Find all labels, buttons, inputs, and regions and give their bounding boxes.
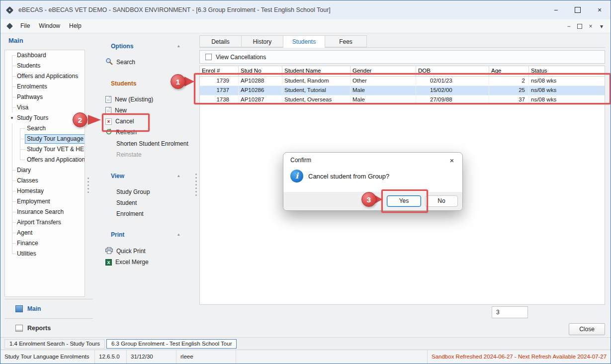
new-action[interactable]: New [105, 106, 127, 115]
sidebar-item-airport-transfers[interactable]: Airport Transfers [5, 217, 85, 228]
mdi-close-button[interactable]: × [586, 21, 596, 31]
sidebar-item-agent[interactable]: Agent [5, 228, 85, 238]
sidebar-item-students[interactable]: Students [5, 61, 85, 71]
column-header-dob[interactable]: DOB [416, 66, 489, 76]
tab-details[interactable]: Details [199, 35, 242, 47]
sidebar-item-study-tours[interactable]: ▾Study Tours [5, 113, 85, 123]
sidebar-item-insurance-search[interactable]: Insurance Search [5, 207, 85, 217]
view-study-group-action[interactable]: Study Group [116, 187, 150, 196]
tree-expanded-icon[interactable]: ▾ [8, 113, 15, 123]
menubar: File Window Help − × ▾ [0, 19, 611, 33]
sidebar-item-finance[interactable]: Finance [5, 238, 85, 249]
new-existing-action[interactable]: New (Existing) [105, 95, 153, 104]
statusbar-module: Study Tour Language Enrolments [0, 350, 95, 364]
statusbar-user: rleee [176, 350, 236, 364]
minimize-button[interactable]: − [545, 0, 567, 19]
mdi-minimize-button[interactable]: − [564, 21, 574, 31]
close-icon: × [450, 156, 454, 165]
sidebar-subitem-offers-and-applications[interactable]: Offers and Applications [5, 155, 85, 165]
table-row[interactable]: 1739 AP10288 Student, Random Other 02/01… [200, 77, 605, 86]
no-button[interactable]: No [425, 195, 458, 207]
table-row[interactable]: 1738 AP10287 Student, Overseas Male 27/0… [200, 95, 605, 105]
splitter-handle-right[interactable] [195, 174, 197, 196]
sidebar-item-dashboard[interactable]: Dashboard [5, 50, 85, 61]
refresh-action[interactable]: Refresh [105, 128, 137, 137]
menu-file[interactable]: File [16, 19, 34, 33]
mdi-minimize-icon: − [567, 23, 570, 30]
dialog-message: Cancel student from Group? [308, 173, 389, 180]
mdi-restore-icon [577, 24, 582, 29]
dialog-close-button[interactable]: × [443, 154, 460, 168]
sidebar-subitem-search[interactable]: Search [5, 123, 85, 134]
sidebar-subitem-study-tour-language-enrolments[interactable]: Study Tour Language E [5, 134, 85, 144]
quick-print-action[interactable]: Quick Print [105, 247, 146, 256]
annotation-step-1-badge: 1 [171, 74, 185, 89]
splitter-handle-left[interactable] [87, 178, 89, 193]
statusbar-version: 12.6.5.0 [95, 350, 127, 364]
cancel-action[interactable]: × Cancel [105, 117, 134, 126]
sidebar-item-homestay[interactable]: Homestay [5, 186, 85, 196]
maximize-button[interactable] [567, 0, 589, 19]
column-header-student-name[interactable]: Student Name [282, 66, 350, 76]
sidebar-item-visa[interactable]: Visa [5, 102, 85, 113]
menu-window[interactable]: Window [34, 19, 65, 33]
close-page-button[interactable]: Close [569, 323, 605, 335]
dialog-title: Confirm [290, 157, 311, 164]
record-count-field[interactable]: 3 [492, 306, 528, 318]
tab-fees[interactable]: Fees [325, 35, 367, 47]
toolbar-pin-button[interactable]: ▾ [597, 21, 607, 31]
window-title: eBECAS - eBECAS VET DEMO - SANDBOX ENVIR… [18, 6, 331, 13]
sidebar-subitem-study-tour-vet-he-enrolments[interactable]: Study Tour VET & HE Er [5, 144, 85, 155]
sidebar-item-offers-and-applications[interactable]: Offers and Applications [5, 71, 85, 82]
table-row-selected[interactable]: 1737 AP10286 Student, Tutorial Male 15/0… [200, 86, 605, 95]
sidebar-footer-main[interactable]: Main [4, 299, 93, 318]
minimize-icon: − [554, 6, 558, 14]
column-header-gender[interactable]: Gender [350, 66, 416, 76]
maximize-icon [575, 7, 581, 13]
confirm-dialog: Confirm × i Cancel student from Group? Y… [283, 152, 463, 211]
print-section-header[interactable]: Print [111, 231, 124, 238]
sidebar-footer-reports[interactable]: Reports [4, 318, 93, 337]
column-header-stud-no[interactable]: Stud No [239, 66, 282, 76]
close-button[interactable]: × [589, 0, 611, 19]
column-header-age[interactable]: Age [489, 66, 529, 76]
options-section-header[interactable]: Options [111, 43, 133, 50]
view-student-action[interactable]: Student [116, 198, 137, 207]
excel-merge-action[interactable]: X Excel Merge [105, 258, 149, 267]
app-logo-icon [5, 6, 14, 14]
excel-icon: X [105, 259, 112, 266]
view-section-header[interactable]: View [111, 173, 124, 180]
statusbar-filler [236, 350, 428, 364]
statusbar-sandbox-message: Sandbox Refreshed 2024-06-27 - Next Refr… [428, 350, 611, 364]
menu-app-icon[interactable] [6, 23, 13, 29]
column-header-enrol[interactable]: Enrol # [200, 66, 239, 76]
menu-help[interactable]: Help [65, 19, 86, 33]
sidebar-nav: Dashboard Students Offers and Applicatio… [4, 50, 85, 297]
column-header-status[interactable]: Status [529, 66, 605, 76]
cancel-icon: × [105, 118, 112, 125]
sidebar-item-classes[interactable]: Classes [5, 176, 85, 186]
sidebar-item-pathways[interactable]: Pathways [5, 92, 85, 102]
shorten-student-enrolment-action[interactable]: Shorten Student Enrolment [116, 139, 188, 148]
view-enrolment-action[interactable]: Enrolment [116, 209, 144, 218]
statusbar-date: 31/12/30 [127, 350, 176, 364]
refresh-icon [105, 128, 112, 137]
open-page-tab-group-enrolment[interactable]: 6.3 Group Enrolment - Test English Schoo… [106, 339, 237, 349]
view-cancellations-checkbox[interactable] [205, 54, 212, 60]
sidebar-item-utilities[interactable]: Utilities [5, 249, 85, 259]
annotation-arrow-1 [184, 77, 194, 87]
new-document-icon [105, 107, 111, 114]
sidebar-item-employment[interactable]: Employment [5, 196, 85, 207]
sidebar-item-enrolments[interactable]: Enrolments [5, 82, 85, 92]
printer-icon [105, 247, 113, 256]
mdi-restore-button[interactable] [575, 21, 585, 31]
sidebar-item-diary[interactable]: Diary [5, 165, 85, 176]
reinstate-action[interactable]: Reinstate [116, 150, 142, 159]
tab-students[interactable]: Students [283, 35, 325, 48]
yes-button[interactable]: Yes [387, 195, 421, 207]
tab-history[interactable]: History [241, 35, 283, 47]
search-action[interactable]: Search [105, 58, 135, 67]
students-section-header[interactable]: Students [111, 80, 136, 87]
open-page-tab-enrolment-search[interactable]: 1.4 Enrolment Search - Study Tours [4, 339, 105, 349]
close-icon: × [598, 6, 602, 14]
